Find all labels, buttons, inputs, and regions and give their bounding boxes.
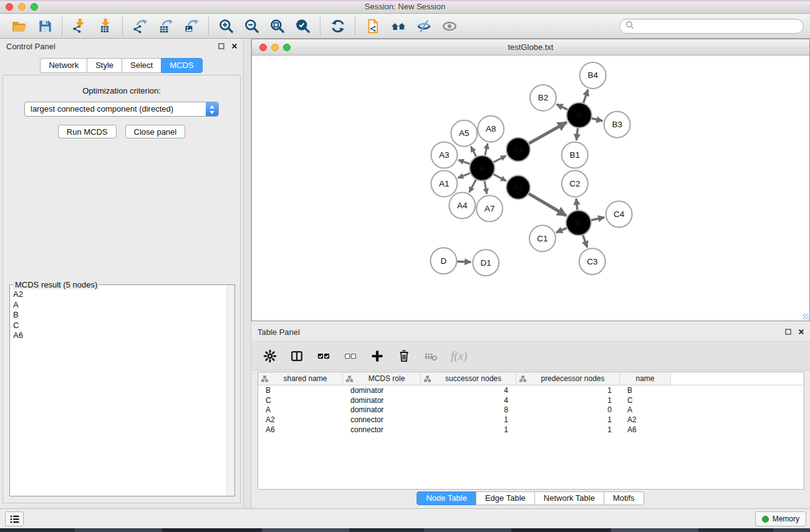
edge-D-D1[interactable] <box>457 261 471 262</box>
edge-C-C3[interactable] <box>583 235 587 248</box>
search-input[interactable] <box>637 22 798 31</box>
table-tab-edge-table[interactable]: Edge Table <box>476 491 535 505</box>
table-cell[interactable]: dominator <box>343 396 421 405</box>
table-cell[interactable]: A <box>258 405 343 414</box>
hide-graphics-details-button[interactable] <box>411 16 436 37</box>
result-scrollbar[interactable] <box>226 285 234 496</box>
table-cell[interactable]: B <box>258 386 343 395</box>
table-cell[interactable]: C <box>258 396 343 405</box>
result-item[interactable]: B <box>13 310 226 321</box>
edge-B-B4[interactable] <box>584 90 588 103</box>
table-settings-gear-button[interactable] <box>263 349 277 363</box>
table-cell[interactable]: 4 <box>421 396 516 405</box>
new-network-from-file-button[interactable] <box>360 16 385 37</box>
tab-network[interactable]: Network <box>40 58 87 73</box>
zoom-selected-button[interactable] <box>290 16 316 37</box>
column-header[interactable]: MCDS role <box>343 372 421 385</box>
table-cell[interactable]: A6 <box>258 425 343 434</box>
import-network-button[interactable] <box>67 16 92 37</box>
criterion-dropdown[interactable]: largest connected component (directed) <box>24 102 219 117</box>
table-cell[interactable]: 1 <box>516 396 620 405</box>
network-graph[interactable]: AA1A2A3A4A5A6A7A8BB1B2B3B4CC1C2C3C4DD1 <box>252 56 809 321</box>
network-overview-button[interactable] <box>385 16 411 37</box>
table-cell[interactable]: 0 <box>516 405 620 414</box>
result-item[interactable]: A6 <box>13 331 226 341</box>
deselect-all-checkboxes-button[interactable] <box>344 349 357 363</box>
node-table[interactable]: shared nameMCDS rolesuccessor nodesprede… <box>258 372 804 490</box>
delete-columns-button[interactable] <box>397 349 411 363</box>
result-item[interactable]: A2 <box>13 289 226 300</box>
table-row[interactable]: Cdominator41C <box>258 395 804 405</box>
table-tab-motifs[interactable]: Motifs <box>604 491 644 505</box>
column-header[interactable]: successor nodes <box>421 372 516 385</box>
edge-A6-B[interactable] <box>529 122 566 143</box>
import-table-button[interactable] <box>92 16 118 37</box>
edge-A-A3[interactable] <box>458 160 470 163</box>
export-image-button[interactable] <box>178 16 204 37</box>
task-history-button[interactable] <box>5 511 24 526</box>
table-row[interactable]: Adominator80A <box>258 405 804 415</box>
table-cell[interactable]: B <box>620 386 671 395</box>
table-cell[interactable]: 1 <box>516 415 620 424</box>
edge-C-C1[interactable] <box>556 228 567 233</box>
table-cell[interactable]: C <box>620 396 671 405</box>
table-cell[interactable]: A6 <box>620 425 671 434</box>
result-item[interactable]: A <box>13 300 226 311</box>
export-network-button[interactable] <box>127 16 153 37</box>
zoom-fit-button[interactable] <box>264 16 290 37</box>
open-session-button[interactable] <box>6 16 32 37</box>
edge-A-A1[interactable] <box>458 173 470 178</box>
table-cell[interactable]: dominator <box>343 386 421 395</box>
zoom-out-button[interactable] <box>239 16 264 37</box>
search-box[interactable] <box>619 19 804 34</box>
tab-style[interactable]: Style <box>87 58 122 73</box>
result-item[interactable]: C <box>13 321 226 331</box>
table-cell[interactable]: connector <box>343 425 421 434</box>
show-graphics-details-button[interactable] <box>436 16 462 37</box>
edge-A2-C[interactable] <box>529 194 566 216</box>
table-cell[interactable]: 4 <box>421 386 516 395</box>
close-panel-button[interactable]: Close panel <box>125 125 186 138</box>
table-cell[interactable]: 1 <box>516 386 620 395</box>
edge-A-A4[interactable] <box>470 180 476 192</box>
add-column-button[interactable] <box>370 349 384 363</box>
close-panel-icon[interactable] <box>231 42 238 50</box>
table-cell[interactable]: dominator <box>343 405 421 414</box>
column-header[interactable]: predecessor nodes <box>516 372 620 385</box>
edge-A-A8[interactable] <box>485 143 488 155</box>
tab-select[interactable]: Select <box>122 58 162 73</box>
edge-C-C4[interactable] <box>591 217 604 220</box>
table-tab-node-table[interactable]: Node Table <box>417 491 476 505</box>
export-table-button[interactable] <box>153 16 178 37</box>
table-cell[interactable]: 1 <box>421 415 516 424</box>
table-row[interactable]: Bdominator41B <box>258 385 804 395</box>
run-mcds-button[interactable]: Run MCDS <box>58 125 117 138</box>
column-header[interactable]: name <box>620 372 671 385</box>
edge-C-C2[interactable] <box>576 198 577 210</box>
table-cell[interactable]: A <box>620 405 671 414</box>
memory-button[interactable]: Memory <box>755 511 806 526</box>
edge-B-B1[interactable] <box>576 128 577 140</box>
table-cell[interactable]: 1 <box>421 425 516 434</box>
table-row[interactable]: A6connector11A6 <box>258 425 804 435</box>
edge-B-B2[interactable] <box>557 104 567 109</box>
save-session-button[interactable] <box>32 16 57 37</box>
edge-A-A5[interactable] <box>471 147 476 157</box>
edge-A-A2[interactable] <box>494 174 506 181</box>
window-resize-grip[interactable] <box>803 314 809 320</box>
mcds-result-list[interactable]: A2ABCA6 <box>10 287 226 496</box>
table-cell[interactable]: A2 <box>620 415 671 424</box>
show-columns-button[interactable] <box>290 349 304 363</box>
tab-mcds[interactable]: MCDS <box>161 58 202 73</box>
table-cell[interactable]: A2 <box>258 415 343 424</box>
edge-B-B3[interactable] <box>592 118 602 121</box>
table-cell[interactable]: 8 <box>421 405 516 414</box>
float-panel-icon[interactable] <box>218 42 225 50</box>
network-canvas[interactable]: AA1A2A3A4A5A6A7A8BB1B2B3B4CC1C2C3C4DD1 <box>252 56 809 321</box>
edge-A-A6[interactable] <box>494 156 506 162</box>
close-table-panel-icon[interactable] <box>798 328 805 336</box>
table-cell[interactable]: 1 <box>516 425 620 434</box>
table-tab-network-table[interactable]: Network Table <box>534 491 604 505</box>
float-table-panel-icon[interactable] <box>784 328 792 336</box>
edge-A-A7[interactable] <box>485 181 487 194</box>
